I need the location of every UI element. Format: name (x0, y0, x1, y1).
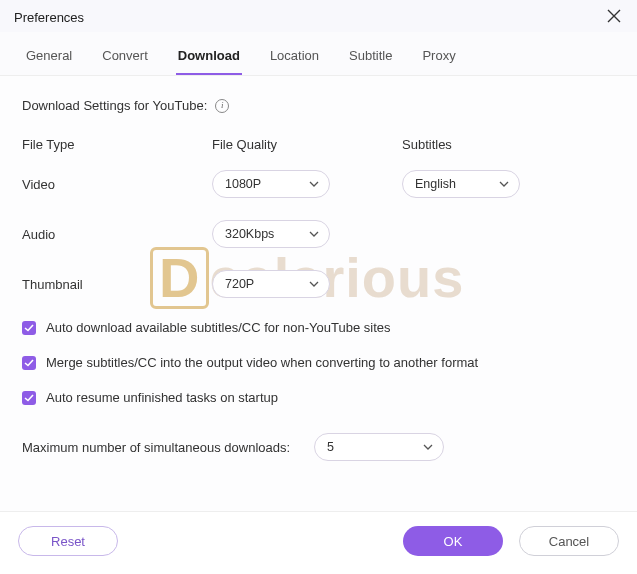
chevron-down-icon (499, 181, 509, 187)
row-thumbnail: Thumbnail 720P (22, 270, 615, 298)
cancel-button[interactable]: Cancel (519, 526, 619, 556)
select-thumbnail-quality-value: 720P (225, 277, 254, 291)
checkbox-auto-download-subs[interactable]: Auto download available subtitles/CC for… (22, 320, 615, 335)
tab-convert[interactable]: Convert (100, 40, 150, 75)
section-title: Download Settings for YouTube: i (22, 98, 615, 113)
select-subtitles-language[interactable]: English (402, 170, 520, 198)
select-max-downloads[interactable]: 5 (314, 433, 444, 461)
titlebar: Preferences (0, 0, 637, 32)
header-file-quality: File Quality (212, 137, 402, 152)
tab-bar: General Convert Download Location Subtit… (0, 32, 637, 76)
tab-subtitle[interactable]: Subtitle (347, 40, 394, 75)
select-audio-quality[interactable]: 320Kbps (212, 220, 330, 248)
chevron-down-icon (309, 181, 319, 187)
max-downloads-label: Maximum number of simultaneous downloads… (22, 440, 290, 455)
select-max-downloads-value: 5 (327, 440, 334, 454)
footer: Reset OK Cancel (0, 511, 637, 574)
checkbox-icon (22, 391, 36, 405)
checkbox-label: Auto download available subtitles/CC for… (46, 320, 390, 335)
chevron-down-icon (423, 444, 433, 450)
ok-button[interactable]: OK (403, 526, 503, 556)
select-subtitles-value: English (415, 177, 456, 191)
label-thumbnail: Thumbnail (22, 277, 212, 292)
select-audio-quality-value: 320Kbps (225, 227, 274, 241)
reset-button[interactable]: Reset (18, 526, 118, 556)
row-video: Video 1080P English (22, 170, 615, 198)
tab-location[interactable]: Location (268, 40, 321, 75)
header-subtitles: Subtitles (402, 137, 582, 152)
checkbox-icon (22, 321, 36, 335)
tab-general[interactable]: General (24, 40, 74, 75)
label-video: Video (22, 177, 212, 192)
tab-proxy[interactable]: Proxy (420, 40, 457, 75)
close-icon[interactable] (603, 6, 625, 28)
tab-download[interactable]: Download (176, 40, 242, 75)
column-headers: File Type File Quality Subtitles (22, 137, 615, 152)
window-title: Preferences (14, 10, 84, 25)
info-icon[interactable]: i (215, 99, 229, 113)
chevron-down-icon (309, 281, 319, 287)
checkbox-merge-subs[interactable]: Merge subtitles/CC into the output video… (22, 355, 615, 370)
header-file-type: File Type (22, 137, 212, 152)
checkbox-label: Auto resume unfinished tasks on startup (46, 390, 278, 405)
select-thumbnail-quality[interactable]: 720P (212, 270, 330, 298)
section-title-text: Download Settings for YouTube: (22, 98, 207, 113)
label-audio: Audio (22, 227, 212, 242)
checkbox-icon (22, 356, 36, 370)
select-video-quality[interactable]: 1080P (212, 170, 330, 198)
row-audio: Audio 320Kbps (22, 220, 615, 248)
chevron-down-icon (309, 231, 319, 237)
max-downloads-row: Maximum number of simultaneous downloads… (22, 433, 615, 461)
select-video-quality-value: 1080P (225, 177, 261, 191)
checkbox-auto-resume[interactable]: Auto resume unfinished tasks on startup (22, 390, 615, 405)
checkbox-label: Merge subtitles/CC into the output video… (46, 355, 478, 370)
